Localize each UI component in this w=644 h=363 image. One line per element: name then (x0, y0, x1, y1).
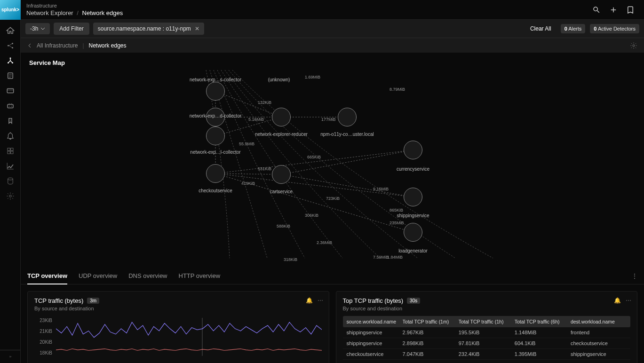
svg-rect-8 (8, 104, 13, 108)
main-content: Service Map network-exp…s-collector(unkn… (21, 53, 644, 363)
apm-icon[interactable] (6, 41, 15, 50)
panel-bell-icon[interactable]: 🔔 (614, 297, 621, 304)
chevron-left-icon[interactable] (27, 43, 32, 48)
infrastructure-icon[interactable] (6, 56, 15, 65)
dashboards-icon[interactable] (6, 147, 15, 155)
clear-all-button[interactable]: Clear All (530, 25, 551, 32)
chart-y-labels: 23KiB 21KiB 20KiB 18KiB (34, 318, 55, 355)
svg-point-18 (633, 45, 635, 47)
service-node-label: network-exp…s-collector (190, 77, 241, 82)
edge-label: 588KiB (277, 224, 290, 229)
edge-label: 132KiB (258, 100, 271, 105)
service-map[interactable]: network-exp…s-collector(unknown)network-… (27, 70, 637, 268)
edge-label: 1.84MiB (387, 255, 403, 260)
data-mgmt-icon[interactable] (6, 177, 15, 185)
panel-top-tcp: Top TCP traffic (bytes) 30s By source an… (336, 291, 638, 363)
edge-label: 1.69MiB (305, 75, 320, 79)
incident-icon[interactable]: ! (6, 117, 15, 125)
settings-icon[interactable] (6, 192, 15, 200)
svg-text:!: ! (10, 119, 11, 122)
edge-label: 177MiB (321, 117, 336, 122)
panel-bell-icon[interactable]: 🔔 (306, 297, 313, 304)
service-node-label: checkoutservice (199, 188, 232, 193)
home-icon[interactable] (6, 26, 15, 35)
detectors-count-pill[interactable]: 0 Active Detectors (590, 24, 639, 33)
svg-point-16 (8, 178, 13, 180)
table-row[interactable]: checkoutservice7.047KiB232.4KiB1.395MiBs… (343, 349, 631, 360)
tab-http-overview[interactable]: HTTP overview (179, 268, 221, 284)
service-node-label: (unknown) (268, 77, 290, 82)
service-node[interactable] (272, 108, 291, 126)
panel-tcp-traffic: TCP traffic (bytes) 3m By source and des… (27, 291, 329, 363)
top-actions (592, 6, 644, 14)
tcp-traffic-chart[interactable]: 23KiB 21KiB 20KiB 18KiB (34, 318, 322, 355)
edge-label: 419KiB (241, 181, 255, 186)
sub-crumb-current: Network edges (89, 42, 127, 49)
alerts-count-pill[interactable]: 0 Alerts (561, 24, 586, 33)
rum-icon[interactable] (6, 87, 15, 95)
svg-rect-12 (8, 148, 10, 150)
tab-udp-overview[interactable]: UDP overview (79, 268, 117, 284)
service-node[interactable] (404, 223, 422, 242)
table-row[interactable]: network-explorer-ker…298.8KiB16.71MiB106… (343, 360, 631, 363)
panel-more-icon[interactable]: ⋯ (626, 297, 631, 304)
breadcrumb-category: Infrastructure (26, 3, 123, 8)
panel-right-interval: 30s (407, 298, 420, 304)
breadcrumb-path: Network Explorer / Network edges (26, 9, 123, 16)
panel-right-title: Top TCP traffic (bytes) (343, 297, 404, 304)
edge-label: 318KiB (284, 257, 297, 262)
service-node[interactable] (206, 164, 225, 183)
service-node-label: shippingservice (397, 213, 429, 218)
section-title-service-map: Service Map (21, 53, 644, 70)
edge-label: 55.9MiB (239, 142, 254, 146)
edge-label: 306KiB (305, 213, 318, 218)
service-node[interactable] (206, 126, 225, 145)
edge-label: 531KiB (258, 166, 271, 171)
panel-left-title: TCP traffic (bytes) (34, 297, 83, 304)
synthetics-icon[interactable] (6, 102, 15, 110)
tabs-more-icon[interactable]: ⋮ (632, 273, 637, 279)
service-node-label: npm-o11y-co…uster.local (320, 132, 374, 137)
tab-dns-overview[interactable]: DNS overview (128, 268, 167, 284)
time-range-picker[interactable]: -3h (25, 23, 50, 34)
breadcrumb: Infrastructure Network Explorer / Networ… (21, 3, 123, 16)
svg-rect-13 (10, 148, 13, 150)
alerts-icon[interactable] (6, 132, 15, 140)
service-node-label: cartservice (270, 189, 293, 194)
bookmark-icon[interactable] (626, 6, 635, 14)
service-node[interactable] (272, 165, 291, 184)
gear-icon[interactable] (630, 42, 637, 49)
add-filter-button[interactable]: Add Filter (54, 23, 89, 35)
tab-tcp-overview[interactable]: TCP overview (27, 268, 67, 284)
top-tcp-table: source.workload.name Total TCP traffic (… (343, 316, 631, 363)
svg-point-1 (12, 43, 13, 44)
back-all-infrastructure[interactable]: All Infrastructure (37, 42, 78, 49)
service-node[interactable] (206, 82, 225, 101)
metrics-icon[interactable] (6, 162, 15, 170)
panel-left-subtitle: By source and destination (34, 306, 322, 311)
search-icon[interactable] (592, 6, 601, 14)
service-node-label: network-explorer-reducer (255, 132, 308, 137)
service-map-edges (27, 70, 637, 268)
service-node-label: network-exp…d-collector (190, 113, 242, 118)
expand-sidebar-icon[interactable] (0, 350, 20, 358)
edge-label: 8.79MiB (390, 87, 405, 92)
plus-icon[interactable] (609, 6, 618, 14)
service-node[interactable] (404, 141, 422, 159)
filter-chip-namespace[interactable]: source.namespace.name : o11y-npm ✕ (93, 23, 204, 35)
panel-right-subtitle: By source and destination (343, 306, 631, 311)
sub-breadcrumb: All Infrastructure | Network edges (21, 38, 644, 53)
remove-filter-icon[interactable]: ✕ (195, 25, 199, 32)
table-row[interactable]: shippingservice2.898KiB97.81KiB604.1KiBc… (343, 338, 631, 349)
log-icon[interactable] (6, 71, 15, 80)
edge-label: 2.36MiB (317, 240, 332, 245)
top-header: splunk> Infrastructure Network Explorer … (0, 0, 644, 20)
splunk-logo[interactable]: splunk> (0, 0, 21, 20)
breadcrumb-link-explorer[interactable]: Network Explorer (26, 9, 73, 16)
panel-more-icon[interactable]: ⋯ (318, 297, 323, 304)
service-node-label: loadgenerator (398, 248, 428, 253)
service-node[interactable] (338, 108, 357, 126)
edge-label: 665KiB (307, 155, 321, 159)
table-row[interactable]: shippingservice2.967KiB195.5KiB1.148MiBf… (343, 327, 631, 338)
service-node[interactable] (404, 188, 422, 206)
